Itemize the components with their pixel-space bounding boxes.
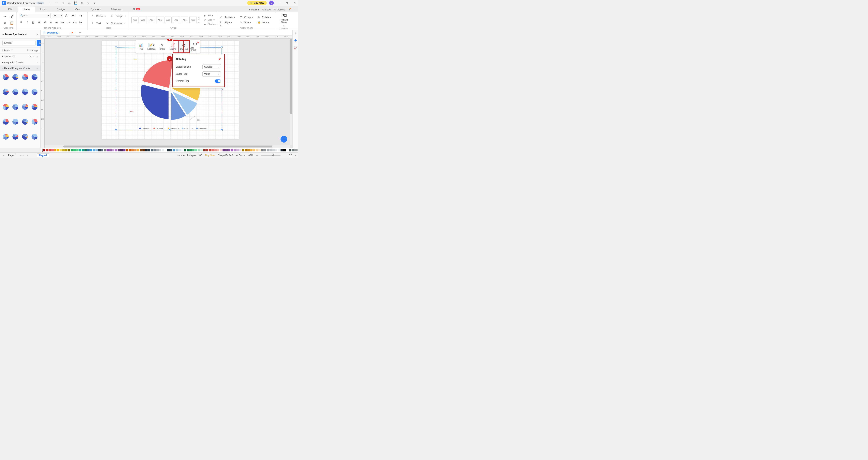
publish-button[interactable]: ✈ Publish [249, 8, 259, 11]
color-swatch[interactable] [198, 149, 200, 152]
fit-page-icon[interactable]: ⛶ [289, 154, 291, 157]
color-swatch[interactable] [289, 149, 291, 152]
panel-collapse-icon[interactable]: « [37, 33, 38, 36]
bold-icon[interactable]: B [19, 20, 24, 25]
color-swatch[interactable] [275, 149, 277, 152]
position-button[interactable]: ⤢Position▾ [220, 16, 235, 19]
color-swatch[interactable] [195, 149, 197, 152]
style-tile-8[interactable]: Abc [189, 17, 196, 23]
font-color-icon[interactable]: A▾ [78, 20, 83, 25]
chart-thumb[interactable] [21, 88, 29, 96]
color-swatch[interactable] [57, 149, 59, 152]
color-swatch[interactable] [220, 149, 222, 152]
font-size-select[interactable]: 10▾ [52, 13, 63, 18]
align-menu-icon[interactable]: ≡▾ [78, 13, 83, 18]
size-button[interactable]: ⤡Size▾ [240, 21, 253, 24]
color-swatch[interactable] [189, 149, 192, 152]
color-swatch[interactable] [253, 149, 255, 152]
style-scroll-down[interactable]: ▾ [198, 19, 199, 21]
italic-icon[interactable]: I [25, 20, 30, 25]
tb-styles[interactable]: ✎Styles [157, 40, 167, 53]
my-library-row[interactable]: ▸ My Library ⇲＋✕ [0, 54, 40, 60]
style-gallery-expand[interactable]: ▿ [198, 22, 199, 24]
manage-button[interactable]: ✎ Manage [27, 49, 38, 52]
format-painter-icon[interactable]: 🖌 [9, 14, 14, 19]
chart-thumb[interactable] [2, 73, 9, 81]
chart-thumb[interactable] [31, 103, 38, 110]
new-icon[interactable]: ⊞ [61, 1, 64, 4]
color-swatch[interactable] [60, 149, 62, 152]
page-tab-active[interactable]: Page-1 [37, 154, 49, 157]
color-swatch[interactable] [79, 149, 81, 152]
color-swatch[interactable] [151, 149, 153, 152]
fullscreen-icon[interactable]: ⤢ [295, 154, 297, 157]
chart-thumb[interactable] [2, 88, 9, 96]
color-swatch[interactable] [93, 149, 95, 152]
color-swatch[interactable] [73, 149, 76, 152]
color-swatch[interactable] [148, 149, 150, 152]
infographic-close-icon[interactable]: ✕ [36, 61, 38, 64]
line-button[interactable]: ／Line▾ [204, 19, 219, 21]
copy-icon[interactable]: ⧉ [2, 21, 8, 26]
color-swatch[interactable] [212, 149, 214, 152]
subscript-icon[interactable]: x₂ [49, 20, 53, 25]
highlight-icon[interactable]: ab▾ [72, 20, 77, 25]
bullets-icon[interactable]: ≔▾ [66, 20, 71, 25]
color-swatch[interactable] [239, 149, 242, 152]
color-swatch[interactable] [176, 149, 178, 152]
font-grow-icon[interactable]: A↑ [64, 13, 70, 18]
cut-icon[interactable]: ✂ [2, 14, 8, 19]
color-swatch[interactable] [206, 149, 208, 152]
handle-s[interactable] [169, 129, 170, 131]
color-swatch[interactable] [156, 149, 159, 152]
strike-icon[interactable]: S̶ [37, 20, 41, 25]
chart-thumb[interactable] [31, 133, 38, 140]
page-prev-icon[interactable]: ‹ [20, 154, 21, 157]
color-swatch[interactable] [120, 149, 123, 152]
export-icon[interactable]: ⇱ [87, 1, 90, 4]
help-button[interactable]: ? [289, 8, 290, 11]
style-tile-6[interactable]: Abc [173, 17, 180, 23]
align-button[interactable]: ⫴Align▾ [220, 21, 235, 24]
chart-thumb[interactable] [21, 103, 29, 110]
user-avatar[interactable]: C [269, 1, 274, 5]
color-swatch[interactable] [143, 149, 145, 152]
case-icon[interactable]: Aa [55, 20, 59, 25]
handle-nw[interactable] [115, 46, 117, 48]
color-swatch[interactable] [181, 149, 183, 152]
canvas[interactable]: 29% 23% 30% Category 1Category 2Category… [44, 39, 290, 145]
color-swatch[interactable] [90, 149, 92, 152]
color-swatch[interactable] [112, 149, 115, 152]
color-swatch[interactable] [43, 149, 45, 152]
menu-file[interactable]: File [3, 6, 18, 12]
color-swatch[interactable] [65, 149, 67, 152]
color-swatch[interactable] [236, 149, 239, 152]
color-swatch[interactable] [256, 149, 258, 152]
page-add-icon[interactable]: ＋ [26, 154, 29, 157]
chart-thumb[interactable] [21, 73, 29, 81]
color-swatch[interactable] [278, 149, 280, 152]
chart-thumb[interactable] [21, 118, 29, 125]
color-swatch[interactable] [134, 149, 136, 152]
zoom-slider[interactable] [261, 155, 281, 156]
color-swatch[interactable] [258, 149, 261, 152]
paste-icon[interactable]: 📋 [9, 21, 14, 26]
maximize-button[interactable]: ◻ [284, 2, 289, 4]
mylib-add-icon[interactable]: ＋ [33, 55, 35, 58]
fill-button[interactable]: ◆Fill▾ [204, 14, 219, 17]
color-swatch[interactable] [109, 149, 112, 152]
horizontal-scrollbar[interactable] [44, 145, 290, 148]
color-swatch[interactable] [170, 149, 173, 152]
color-swatch[interactable] [247, 149, 250, 152]
color-swatch[interactable] [106, 149, 109, 152]
font-shrink-icon[interactable]: A↓ [71, 13, 76, 18]
tb-edit-data[interactable]: 📝▾Edit Data [146, 40, 157, 53]
chat-fab[interactable] [281, 136, 287, 142]
group-button[interactable]: ◫Group▾ [240, 16, 253, 19]
chart-thumb[interactable] [12, 73, 19, 81]
color-swatch[interactable] [184, 149, 186, 152]
qat-caret-icon[interactable]: ▾ [93, 1, 96, 4]
handle-sw[interactable] [115, 129, 117, 131]
mylib-close-icon[interactable]: ✕ [36, 55, 38, 58]
color-swatch[interactable] [62, 149, 65, 152]
